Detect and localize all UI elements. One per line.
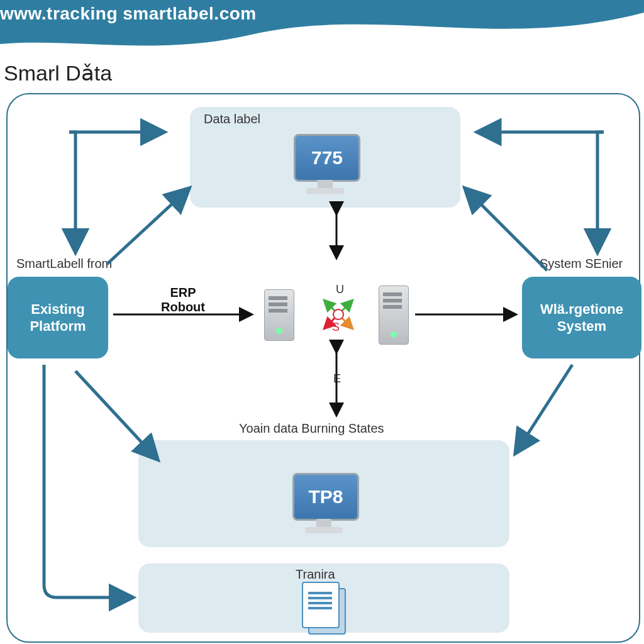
node-existing-platform: Existing Platform — [8, 277, 108, 358]
caption-system-senier: System SEnier — [540, 257, 623, 271]
node-data-label-title: Data label — [204, 112, 260, 126]
compass-letter-e: E — [333, 372, 341, 386]
erp-line1: ERP — [170, 286, 196, 299]
erp-line2: Robout — [161, 300, 205, 314]
compass-letter-s: S — [333, 244, 341, 257]
svg-point-4 — [333, 309, 343, 319]
document-icon — [302, 582, 346, 632]
page-title: Smarl Dǎta — [4, 60, 112, 86]
existing-line2: Platform — [30, 318, 86, 335]
node-tranira-title: Tranira — [296, 567, 335, 582]
header-url: www.tracking smartlabel.com — [0, 4, 257, 24]
compass-letter-u: U — [336, 283, 344, 296]
node-burning-states: Yoain data Burning States TP8 — [138, 440, 509, 547]
node-data-label: Data label 775 — [190, 107, 460, 208]
monitor-icon: 775 — [287, 134, 363, 197]
monitor-icon: TP8 — [286, 473, 362, 536]
server-icon-right — [379, 286, 409, 345]
compass-letter-center: S — [332, 321, 340, 334]
node-tranira: Tranira — [138, 564, 509, 633]
target-line2: System — [557, 318, 606, 335]
monitor-screen-text: 775 — [294, 134, 360, 182]
node-burning-states-title: Yoain data Burning States — [239, 421, 384, 436]
caption-smartlabel-from: SmartLabell from — [16, 257, 112, 271]
existing-line1: Existing — [31, 301, 85, 318]
caption-erp-robout: ERP Robout — [161, 286, 205, 314]
monitor-screen-text: TP8 — [292, 473, 359, 521]
node-target-system: Wlä.rgetione System — [522, 277, 641, 358]
target-line1: Wlä.rgetione — [540, 301, 623, 318]
server-icon-left — [264, 289, 294, 341]
